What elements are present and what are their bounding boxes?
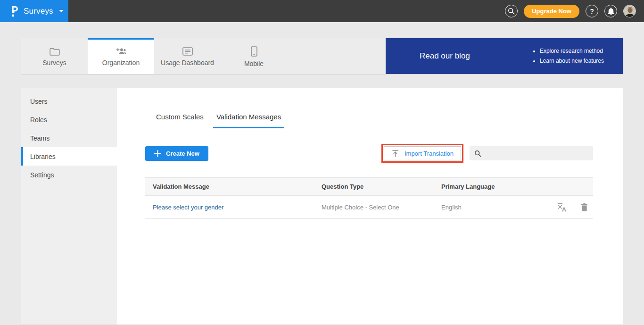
column-question-type: Question Type: [314, 178, 434, 196]
column-actions: [549, 178, 593, 196]
add-users-icon: [116, 47, 127, 56]
smartphone-icon: [251, 46, 257, 57]
folder-icon: [50, 47, 60, 56]
column-primary-language: Primary Language: [434, 178, 549, 196]
toolbar: Create New: [145, 144, 593, 163]
banner-bullet: Learn about new features: [540, 56, 604, 66]
chevron-down-icon: [59, 10, 64, 12]
search-input[interactable]: [485, 150, 593, 158]
content-panel: Custom Scales Validation Messages Create…: [117, 88, 623, 325]
plus-icon: [154, 150, 161, 157]
sidebar: Users Roles Teams Libraries Settings: [21, 88, 117, 325]
nav-tab-organization[interactable]: Organization: [88, 38, 154, 74]
sidebar-item-libraries[interactable]: Libraries: [21, 147, 117, 166]
blog-banner[interactable]: Read our blog Explore research method Le…: [386, 38, 623, 74]
table-search: [470, 146, 593, 160]
sidebar-item-roles[interactable]: Roles: [21, 110, 117, 129]
translate-icon[interactable]: [557, 202, 566, 212]
question-type-cell: Multiple Choice - Select One: [314, 196, 434, 219]
column-validation-message: Validation Message: [145, 178, 314, 196]
nav-tab-label: Organization: [102, 59, 140, 67]
create-new-button[interactable]: Create New: [145, 146, 208, 161]
tab-validation-messages[interactable]: Validation Messages: [213, 113, 284, 128]
library-tabs: Custom Scales Validation Messages: [145, 113, 593, 128]
topbar-actions: Upgrade Now ?: [505, 5, 644, 18]
avatar[interactable]: [623, 5, 636, 17]
notifications-button[interactable]: [604, 5, 617, 17]
import-translation-button[interactable]: Import Translation: [384, 146, 461, 160]
delete-icon[interactable]: [581, 203, 588, 211]
sidebar-item-settings[interactable]: Settings: [21, 166, 117, 184]
nav-tab-label: Usage Dashboard: [161, 59, 214, 67]
sidebar-item-label: Roles: [30, 116, 47, 124]
bell-icon: [608, 8, 614, 15]
nav-tab-mobile[interactable]: Mobile: [221, 38, 287, 74]
create-new-label: Create New: [166, 150, 199, 157]
nav-tab-label: Surveys: [42, 59, 66, 67]
product-switcher[interactable]: Surveys: [0, 0, 68, 22]
help-button[interactable]: ?: [586, 5, 598, 17]
nav-tab-surveys[interactable]: Surveys: [21, 38, 88, 74]
sidebar-item-label: Settings: [30, 171, 54, 179]
workspace-nav: Surveys Organization: [21, 38, 623, 74]
dashboard-icon: [182, 47, 193, 56]
banner-bullet: Explore research method: [540, 46, 604, 56]
banner-title: Read our blog: [420, 51, 470, 61]
annotation-highlight-box: Import Translation: [381, 144, 463, 163]
upload-icon: [391, 150, 399, 158]
sidebar-item-label: Users: [30, 98, 48, 105]
topbar: Surveys Upgrade Now ?: [0, 0, 644, 22]
tab-custom-scales[interactable]: Custom Scales: [153, 113, 207, 128]
table-row: Please select your gender Multiple Choic…: [145, 196, 593, 219]
sidebar-item-users[interactable]: Users: [21, 92, 117, 110]
search-button[interactable]: [505, 5, 518, 17]
main-card: Users Roles Teams Libraries Settings Cus…: [21, 88, 623, 325]
sidebar-item-teams[interactable]: Teams: [21, 129, 117, 147]
search-icon: [508, 8, 515, 15]
validation-message-link[interactable]: Please select your gender: [153, 204, 223, 211]
workspace-tabs: Surveys Organization: [21, 38, 386, 74]
banner-bullet-list: Explore research method Learn about new …: [532, 46, 604, 66]
upgrade-now-button[interactable]: Upgrade Now: [524, 5, 579, 18]
sidebar-item-label: Libraries: [30, 153, 56, 160]
sidebar-item-label: Teams: [30, 134, 50, 142]
nav-tab-usage-dashboard[interactable]: Usage Dashboard: [154, 38, 221, 74]
product-name: Surveys: [24, 7, 53, 16]
table-header-row: Validation Message Question Type Primary…: [145, 178, 593, 196]
search-icon: [474, 150, 481, 157]
import-translation-label: Import Translation: [405, 150, 454, 157]
questionpro-logo-icon: [11, 6, 19, 17]
toolbar-right: Import Translation: [381, 144, 593, 163]
nav-tab-label: Mobile: [244, 60, 264, 67]
validation-messages-table: Validation Message Question Type Primary…: [145, 177, 593, 219]
primary-language-cell: English: [434, 196, 549, 219]
